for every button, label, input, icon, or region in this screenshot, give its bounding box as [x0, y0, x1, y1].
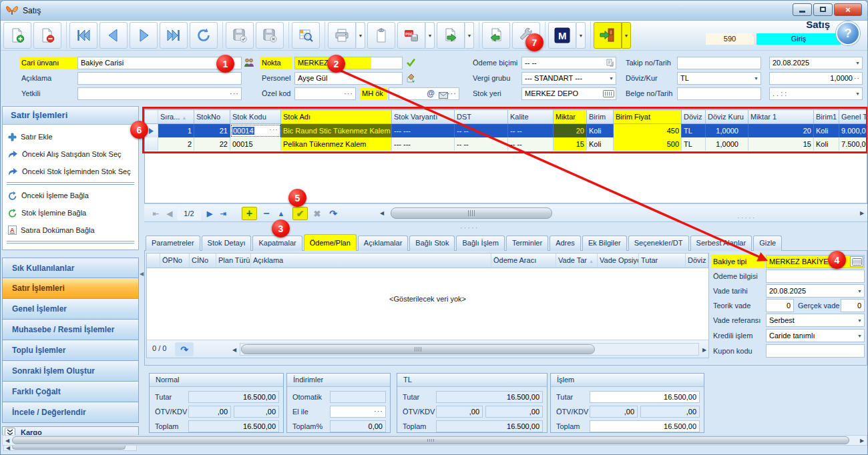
- tab-bagli-islem[interactable]: Bağlı İşlem: [456, 236, 504, 251]
- mh-ok-field[interactable]: @ ···: [389, 87, 459, 100]
- save-confirm-button[interactable]: [226, 22, 254, 49]
- tab-parametreler[interactable]: Parametreler: [146, 236, 200, 251]
- tab-stok-detayi[interactable]: Stok Detayı: [202, 236, 252, 251]
- grid-last-button[interactable]: ⇥: [216, 207, 230, 220]
- yetkili-field[interactable]: ···: [77, 87, 242, 100]
- column-header[interactable]: Birim1: [814, 110, 839, 123]
- column-header[interactable]: DST: [455, 110, 508, 123]
- row-selector-cell[interactable]: [145, 137, 158, 151]
- belge-no-field[interactable]: [677, 87, 761, 100]
- exit-form-dropdown[interactable]: ▼: [622, 22, 631, 49]
- grid-next-button[interactable]: ▶: [203, 207, 216, 220]
- cell[interactable]: -- --: [455, 124, 508, 137]
- help-button[interactable]: ?: [836, 21, 860, 45]
- cell[interactable]: TL: [682, 124, 706, 137]
- chevron-down-icon[interactable]: ▼: [609, 73, 614, 85]
- cell-editing[interactable]: 00014···: [230, 124, 281, 137]
- section-sik-kullanilanlar[interactable]: Sık Kullanılanlar: [2, 258, 139, 278]
- payment-type-icon[interactable]: [606, 59, 614, 69]
- cell[interactable]: 21: [194, 124, 230, 137]
- sidebar-item-onceki-stok[interactable]: Önceki Stok İşleminden Stok Seç: [3, 163, 138, 180]
- scroll-left-icon[interactable]: ◀: [4, 436, 11, 446]
- scroll-left-icon[interactable]: ◀: [231, 345, 238, 356]
- column-header[interactable]: Açıklama: [251, 254, 491, 268]
- keyboard-icon[interactable]: [603, 89, 614, 100]
- cell[interactable]: 1,0000: [706, 124, 748, 137]
- column-header[interactable]: Vade Tar ▲: [556, 254, 598, 268]
- column-header[interactable]: Stok Varyantı: [392, 110, 455, 123]
- cell[interactable]: Koli: [814, 124, 839, 137]
- column-header[interactable]: Birim: [587, 110, 614, 123]
- document-return-button[interactable]: [482, 22, 510, 49]
- document-forward-button[interactable]: [437, 22, 465, 49]
- mail-icon[interactable]: [439, 91, 448, 100]
- clipboard-button[interactable]: [367, 22, 395, 49]
- refresh-button[interactable]: [190, 22, 218, 49]
- column-header[interactable]: Plan Türü: [216, 254, 251, 268]
- cell[interactable]: 7.500,00: [839, 137, 867, 151]
- grid-row[interactable]: 2 22 00015 Pelikan Tükenmez Kalem --- --…: [145, 137, 867, 151]
- keyboard-icon[interactable]: [850, 256, 863, 267]
- sidebar-item-onceki-alis[interactable]: Önceki Alış Satışdan Stok Seç: [3, 145, 138, 163]
- column-header[interactable]: Birim Fiyat: [614, 110, 682, 123]
- row-add-button[interactable]: +: [242, 207, 257, 220]
- at-sign-icon[interactable]: @: [427, 88, 435, 99]
- tab-serbest-alanlar[interactable]: Serbest Alanlar: [690, 236, 752, 251]
- tab-ek-bilgiler[interactable]: Ek Bilgiler: [582, 236, 627, 251]
- section-muhasebe[interactable]: Muhasebe / Resmi İşlemler: [2, 320, 139, 340]
- scrollbar-thumb[interactable]: [241, 344, 595, 354]
- row-delete-button[interactable]: −: [260, 207, 273, 220]
- section-genel-islemler[interactable]: Genel İşlemler: [2, 299, 139, 320]
- grid-first-button[interactable]: ⇤: [149, 207, 162, 220]
- close-button[interactable]: ×: [834, 3, 862, 16]
- tab-aciklamalar[interactable]: Açıklamalar: [358, 236, 408, 251]
- grid-prev-button[interactable]: ◀: [163, 207, 176, 220]
- cell[interactable]: 20: [748, 124, 814, 137]
- tab-secenekler-dt[interactable]: Seçenekler/DT: [628, 236, 689, 251]
- chevron-down-icon[interactable]: ▼: [855, 57, 860, 69]
- cell[interactable]: 15: [554, 137, 587, 151]
- customer-people-icon[interactable]: [244, 58, 254, 69]
- cell[interactable]: -- --: [455, 137, 508, 151]
- cell[interactable]: 9.000,00: [839, 124, 867, 137]
- window-scrollbar[interactable]: ◀ ▶: [2, 435, 867, 446]
- tab-kapatmalar[interactable]: Kapatmalar: [252, 236, 302, 251]
- row-refresh-button[interactable]: ↷: [327, 207, 340, 220]
- column-header[interactable]: Kalite: [508, 110, 554, 123]
- grid-scrollbar[interactable]: [387, 207, 868, 219]
- payment-refresh-button[interactable]: ↷: [175, 342, 194, 356]
- cell[interactable]: 500: [614, 137, 682, 151]
- section-sonraki-islem[interactable]: Sonraki İşlem Oluştur: [2, 361, 139, 382]
- chevron-down-icon[interactable]: ▼: [855, 88, 860, 100]
- column-header[interactable]: Miktar 1: [748, 110, 814, 123]
- print-button[interactable]: [328, 22, 356, 49]
- cell[interactable]: Koli: [587, 124, 614, 137]
- kur-field[interactable]: 1,0000··: [769, 72, 863, 85]
- sidebar-item-onceki-isleme-bagla[interactable]: Önceki İşleme Bağla: [3, 187, 138, 204]
- cell[interactable]: Bic Raund Stic Tükenmez Kalem: [281, 124, 392, 137]
- ellipsis-icon[interactable]: ··: [854, 73, 860, 83]
- cell[interactable]: 1,0000: [706, 137, 748, 151]
- ellipsis-icon[interactable]: ···: [344, 88, 353, 99]
- takip-tarih-field[interactable]: 20.08.2025▼: [769, 57, 863, 69]
- splitter-grip[interactable]: ·····: [460, 225, 479, 230]
- odeme-bicimi-field[interactable]: -- --: [521, 57, 616, 69]
- tab-bagli-stok[interactable]: Bağlı Stok: [409, 236, 455, 251]
- cell[interactable]: 450: [614, 124, 682, 137]
- scroll-left-icon[interactable]: ◀: [379, 208, 385, 219]
- row-edit-button[interactable]: ▲: [274, 207, 288, 220]
- mikro-module-dropdown[interactable]: ▼: [576, 22, 586, 49]
- cell[interactable]: 20: [554, 124, 587, 137]
- gercek-vade-field[interactable]: 0: [841, 299, 865, 312]
- chevron-down-icon[interactable]: ▼: [857, 285, 862, 298]
- column-header[interactable]: StokNo: [194, 110, 230, 123]
- cell[interactable]: --- ---: [392, 124, 455, 137]
- ozel-kod-field[interactable]: ···: [294, 87, 356, 100]
- section-toplu-islemler[interactable]: Toplu İşlemler: [2, 340, 139, 361]
- cell[interactable]: --- ---: [392, 137, 455, 151]
- section-farkli-cogalt[interactable]: Farklı Çoğalt: [2, 382, 139, 402]
- cell[interactable]: 1: [158, 124, 194, 137]
- sidebar-item-stok-islemine-bagla[interactable]: Stok İşlemine Bağla: [3, 204, 138, 221]
- document-forward-dropdown[interactable]: ▼: [465, 22, 474, 49]
- splitter-grip[interactable]: ·····: [737, 215, 756, 219]
